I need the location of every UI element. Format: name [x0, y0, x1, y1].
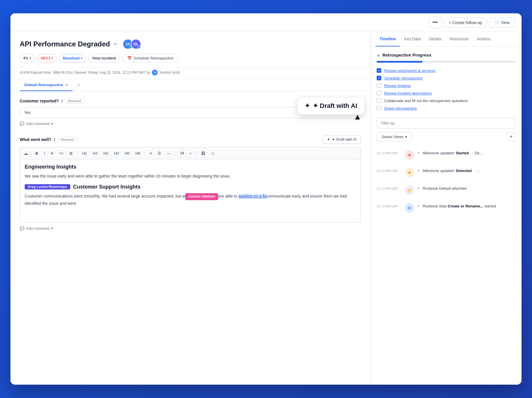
add-view-button[interactable]: +: [506, 132, 516, 142]
tab-details[interactable]: Details: [425, 32, 445, 46]
code-button[interactable]: <>: [57, 150, 66, 157]
draft-with-ai-popup[interactable]: ✦ ✦ Draft with AI: [297, 97, 364, 115]
saved-views-button[interactable]: Saved Views ▾: [377, 132, 412, 142]
content-area: API Performance Degraded ✏ JA GL: [10, 32, 522, 385]
checklist-link-3[interactable]: Review timeline: [384, 84, 411, 88]
checklist-item-4: Review incident descriptions: [377, 89, 516, 97]
checkbox-5[interactable]: [377, 98, 381, 103]
sparkle-icon: ✦: [305, 102, 310, 110]
priority-badge[interactable]: P1 ▾: [20, 54, 35, 62]
status-chevron-icon: ▾: [81, 57, 82, 60]
divider-button[interactable]: —: [165, 150, 173, 157]
severity-badge[interactable]: SEV1 ▾: [37, 54, 57, 62]
add-comment-button-2[interactable]: 💬 Add comment ▾: [20, 226, 361, 231]
toolbar-sep-3: [145, 151, 145, 156]
comment-icon-1: 💬: [20, 122, 24, 126]
customer-support-text: Customer communications went smoothly. W…: [25, 193, 356, 207]
checklist-link-4[interactable]: Review incident descriptions: [384, 91, 432, 95]
tab-actions[interactable]: Actions: [473, 32, 495, 46]
info-icon[interactable]: ℹ: [61, 99, 63, 103]
emoji-button[interactable]: ☺: [209, 150, 217, 157]
event-chevron-2[interactable]: ▾: [418, 168, 419, 173]
event-chevron-4[interactable]: ▾: [418, 203, 419, 208]
tab-default-retrospective[interactable]: Default Retrospective ✕: [20, 79, 73, 91]
edit-icon[interactable]: ✏: [114, 41, 118, 47]
add-comment-button-1[interactable]: 💬 Add comment ▾: [20, 122, 361, 126]
ordered-button[interactable]: ☰: [155, 150, 163, 157]
top-bar: ••• + Create follow-up 📄 View: [10, 13, 522, 32]
h5-button[interactable]: H5: [122, 150, 132, 157]
event-text-1: Milestone updated: Started → De...: [423, 150, 516, 156]
font-size-plus-button[interactable]: +: [187, 150, 194, 157]
event-chevron-1[interactable]: ▾: [418, 150, 419, 155]
h2-button[interactable]: H2: [91, 150, 100, 157]
checkbox-4[interactable]: [377, 91, 381, 95]
font-size-input[interactable]: 14: [178, 150, 186, 157]
checklist-item-1: Review participants & services: [377, 67, 516, 74]
badges-row: P1 ▾ SEV1 ▾ Resolved ▾ View incident: [20, 54, 361, 62]
required-badge: Required: [65, 98, 85, 104]
event-icon-4: ⊞: [405, 203, 414, 213]
tab-add-button[interactable]: +: [74, 80, 84, 91]
view-incident-button[interactable]: View incident: [88, 54, 120, 62]
toolbar-sep-5: [196, 151, 197, 156]
avatar-gl: GL: [131, 39, 141, 49]
checkbox-2[interactable]: [377, 76, 381, 80]
h6-button[interactable]: H6: [133, 150, 143, 157]
strikethrough-button[interactable]: S: [48, 150, 56, 157]
checklist-link-2[interactable]: Schedule retrospective: [384, 76, 423, 80]
timeline-event-2: 12:13 PM GMT ● ▾ Milestone updated: Dete…: [377, 164, 516, 182]
draft-ai-popup-label: ✦ Draft with AI: [313, 102, 357, 110]
document-icon: 📄: [494, 20, 499, 25]
tab-timeline[interactable]: Timeline: [375, 32, 400, 46]
right-content: ▲ Retrospective Progress Review particip…: [371, 47, 522, 385]
required-badge-2: Required: [57, 137, 77, 142]
mention-tooltip-jessica: Jessica Abelson: [185, 193, 218, 200]
event-icon-2: ●: [405, 168, 414, 177]
checkbox-6[interactable]: [377, 106, 381, 111]
collapse-icon[interactable]: ▲: [377, 53, 380, 57]
filter-input[interactable]: [377, 118, 516, 129]
rich-text-content[interactable]: Engineering Insights We saw the issue ea…: [20, 159, 361, 223]
info-icon-2[interactable]: ℹ: [54, 137, 55, 142]
italic-button[interactable]: I: [42, 150, 47, 157]
h1-button[interactable]: H1: [80, 150, 89, 157]
left-panel: API Performance Degraded ✏ JA GL: [10, 32, 371, 385]
retro-progress-title: Retrospective Progress: [382, 53, 431, 57]
schedule-retro-button[interactable]: 📅 Schedule Retrospective: [122, 54, 178, 62]
checkbox-1[interactable]: [377, 68, 381, 73]
event-chevron-3[interactable]: ▾: [418, 186, 419, 190]
tab-key-data[interactable]: Key Data: [400, 32, 425, 46]
priority-chevron-icon: ▾: [29, 57, 31, 60]
tab-resources[interactable]: Resources: [445, 32, 473, 46]
view-button[interactable]: 📄 View: [489, 18, 515, 28]
avatars: JA GL: [123, 39, 141, 49]
tab-close-icon[interactable]: ✕: [65, 83, 68, 87]
saved-views-chevron-icon: ▾: [405, 135, 407, 139]
checkbox-3[interactable]: [377, 83, 381, 88]
sparkle-icon-2: ✦: [327, 137, 330, 142]
comment-icon-2: 💬: [20, 226, 24, 231]
h3-button[interactable]: H3: [101, 150, 111, 157]
bold-button[interactable]: B: [33, 150, 40, 157]
checklist-link-6[interactable]: Share retrospective: [384, 106, 417, 111]
progress-bar-fill: [377, 61, 423, 63]
status-badge[interactable]: Resolved ▾: [59, 54, 86, 62]
create-followup-button[interactable]: + Create follow-up: [444, 18, 487, 28]
form-area: ✦ ✦ Draft with AI ▲ Customer reported? ℹ…: [10, 91, 370, 385]
rich-text-toolbar: ☁ B I S <> ⊞ H1 H2 H3 H4 H5 H6: [20, 147, 361, 159]
image-button[interactable]: 🖼: [199, 150, 207, 157]
bullet-button[interactable]: ≡: [148, 150, 154, 157]
incident-meta: #1436 Elapsed time: 168d 6h 31m Opened: …: [10, 67, 370, 79]
h4-button[interactable]: H4: [112, 150, 121, 157]
event-text-2: Milestone updated: Detected → ...: [423, 168, 516, 174]
retro-tabs: Default Retrospective ✕ +: [10, 79, 370, 91]
author-avatar: JS: [152, 70, 158, 75]
table-button[interactable]: ⊞: [67, 150, 75, 157]
right-panel: Timeline Key Data Details Resources Acti…: [371, 32, 522, 385]
timeline-events: 12:13 PM GMT ● ▾ Milestone updated: Star…: [377, 146, 516, 217]
checklist-link-1[interactable]: Review participants & services: [384, 68, 435, 73]
more-button[interactable]: •••: [429, 17, 442, 28]
checklist-text-5: Collaborate and fill out the retrospecti…: [384, 99, 468, 103]
draft-with-ai-button[interactable]: ✦ ✦ Draft with AI: [323, 135, 361, 144]
